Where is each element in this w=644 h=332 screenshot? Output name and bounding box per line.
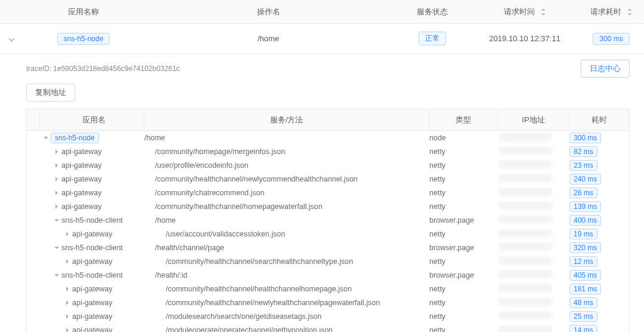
- row-duration: 14 ms: [569, 325, 629, 333]
- app-name: sns-h5-node-client: [61, 216, 123, 225]
- th-type: 类型: [429, 109, 498, 130]
- row-ip: [498, 160, 569, 170]
- ip-redacted: [498, 311, 553, 319]
- table-row[interactable]: api-gateway/user/account/validaccesstoke…: [27, 227, 629, 241]
- table-row[interactable]: sns-h5-node/homenode300 ms: [27, 131, 629, 145]
- table-row[interactable]: api-gateway/community/chatrecommend.json…: [27, 186, 629, 199]
- app-name: api-gateway: [61, 161, 101, 170]
- sort-icon: [540, 8, 546, 16]
- table-row[interactable]: api-gateway/community/healthchannel/heal…: [27, 282, 629, 296]
- copy-address-button[interactable]: 复制地址: [26, 84, 75, 102]
- header-req-duration-label: 请求耗时: [590, 7, 621, 16]
- th-dur: 耗时: [569, 109, 629, 130]
- log-center-button[interactable]: 日志中心: [581, 60, 630, 78]
- row-duration: 400 ms: [569, 215, 629, 226]
- row-ip: [498, 133, 569, 143]
- th-svc: 服务/方法: [144, 109, 429, 130]
- app-name: api-gateway: [72, 230, 112, 238]
- row-service: /user/account/validaccesstoken.json: [144, 230, 429, 238]
- app-name: api-gateway: [61, 189, 101, 197]
- row-duration: 26 ms: [569, 187, 629, 198]
- row-duration: 300 ms: [569, 133, 629, 143]
- row-service: /community/chatrecommend.json: [144, 189, 429, 197]
- caret-down-icon[interactable]: [44, 136, 48, 140]
- duration-badge: 82 ms: [569, 146, 597, 157]
- caret-right-icon[interactable]: [54, 190, 59, 195]
- ip-redacted: [498, 146, 553, 155]
- caret-right-icon[interactable]: [65, 300, 70, 305]
- caret-right-icon[interactable]: [65, 314, 70, 319]
- app-name: api-gateway: [72, 312, 112, 321]
- row-duration: 405 ms: [569, 270, 629, 281]
- row-app: sns-h5-node: [40, 133, 144, 143]
- header-req-time[interactable]: 请求时间: [471, 7, 578, 17]
- table-row[interactable]: api-gateway/community/healthchannel/sear…: [27, 254, 629, 268]
- row-duration: 23 ms: [569, 160, 629, 171]
- ip-redacted: [498, 242, 553, 251]
- duration-badge: 405 ms: [569, 270, 601, 281]
- table-row[interactable]: api-gateway/community/healthchannel/newl…: [27, 172, 629, 186]
- trace-id-label: traceID: 1e59053d218ed8456c9e74102b03261…: [26, 64, 180, 73]
- row-type: netty: [429, 312, 498, 321]
- row-type: netty: [429, 299, 498, 307]
- row-app: api-gateway: [40, 189, 144, 197]
- caret-right-icon[interactable]: [54, 163, 59, 168]
- header-status: 服务状态: [394, 7, 471, 17]
- table-row[interactable]: api-gateway/user/profile/encodeinfo.json…: [27, 158, 629, 172]
- table-row[interactable]: api-gateway/community/healthchannel/home…: [27, 199, 629, 213]
- table-row[interactable]: sns-h5-node-client/health/channel/pagebr…: [27, 241, 629, 254]
- row-duration: 240 ms: [569, 174, 629, 185]
- row-duration: 19 ms: [569, 229, 629, 239]
- row-service: /modulesearch/search/one/getdiseasetags.…: [144, 312, 429, 321]
- row-service: /home: [144, 216, 429, 225]
- app-name: api-gateway: [61, 202, 101, 211]
- table-row[interactable]: api-gateway/community/homepage/mergeinfo…: [27, 145, 629, 158]
- caret-right-icon[interactable]: [65, 232, 70, 236]
- ip-redacted: [498, 215, 553, 223]
- caret-right-icon[interactable]: [65, 259, 70, 264]
- row-ip: [498, 325, 569, 332]
- caret-right-icon[interactable]: [65, 328, 70, 333]
- table-row[interactable]: sns-h5-node-client/homebrowser.page400 m…: [27, 213, 629, 227]
- row-type: browser.page: [429, 216, 498, 225]
- row-app: api-gateway: [40, 161, 144, 170]
- caret-right-icon[interactable]: [65, 287, 70, 291]
- row-type: netty: [429, 285, 498, 293]
- ip-redacted: [498, 174, 553, 182]
- caret-down-icon[interactable]: [54, 245, 59, 250]
- row-duration: 139 ms: [569, 201, 629, 212]
- caret-right-icon[interactable]: [54, 204, 59, 209]
- summary-app[interactable]: sns-h5-node: [24, 33, 143, 45]
- table-row[interactable]: api-gateway/moduleoperate/operatechannel…: [27, 323, 629, 332]
- table-row[interactable]: api-gateway/community/healthchannel/newl…: [27, 296, 629, 309]
- expand-toggle[interactable]: [0, 35, 24, 42]
- app-name: api-gateway: [72, 299, 112, 307]
- row-service: /community/healthchannel/newlycommendhea…: [144, 175, 429, 183]
- app-name-tag: sns-h5-node: [51, 133, 99, 143]
- table-row[interactable]: api-gateway/modulesearch/search/one/getd…: [27, 309, 629, 323]
- row-service: /health/:id: [144, 271, 429, 279]
- row-duration: 48 ms: [569, 297, 629, 308]
- trace-table-header: 应用名 服务/方法 类型 IP地址 耗时: [27, 109, 629, 131]
- ip-redacted: [498, 284, 553, 292]
- duration-badge: 139 ms: [569, 201, 601, 212]
- caret-down-icon[interactable]: [54, 273, 59, 278]
- row-service: /moduleoperate/operatechannel/getbyposit…: [144, 326, 429, 333]
- table-row[interactable]: sns-h5-node-client/health/:idbrowser.pag…: [27, 268, 629, 282]
- header-req-duration[interactable]: 请求耗时: [578, 7, 644, 17]
- row-type: browser.page: [429, 244, 498, 252]
- ip-redacted: [498, 133, 553, 141]
- caret-down-icon[interactable]: [54, 218, 59, 223]
- row-service: /community/homepage/mergeinfos.json: [144, 147, 429, 156]
- duration-badge: 26 ms: [569, 187, 597, 198]
- trace-table: 应用名 服务/方法 类型 IP地址 耗时 sns-h5-node/homenod…: [26, 109, 630, 332]
- row-app: api-gateway: [40, 299, 144, 307]
- row-service: /home: [144, 134, 429, 142]
- summary-time: 2019.10.10 12:37:11: [471, 34, 578, 43]
- row-ip: [498, 270, 569, 280]
- app-name: sns-h5-node-client: [61, 271, 123, 279]
- caret-right-icon[interactable]: [54, 177, 59, 182]
- caret-right-icon[interactable]: [54, 149, 59, 154]
- app-name: sns-h5-node-client: [61, 244, 123, 252]
- duration-badge: 48 ms: [569, 297, 597, 308]
